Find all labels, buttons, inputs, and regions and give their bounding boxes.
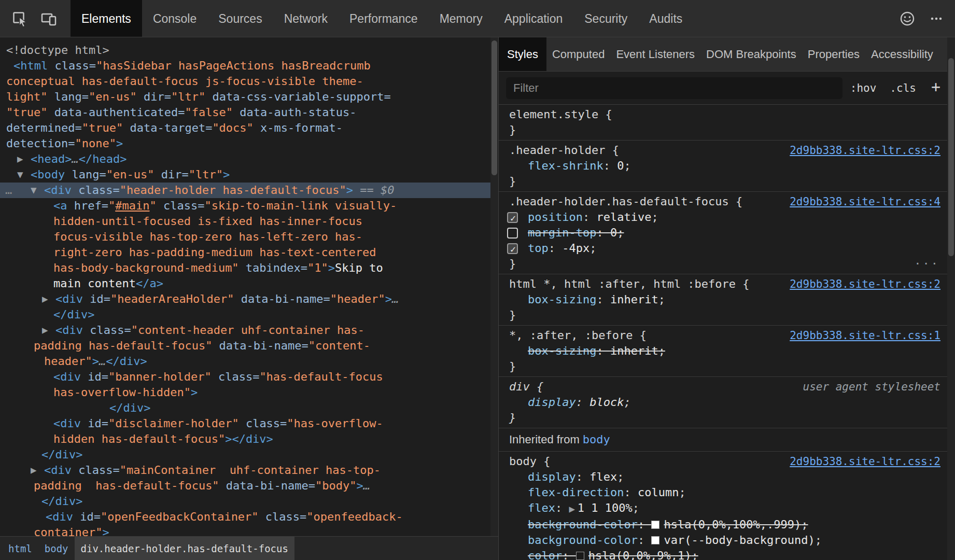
property-toggle-checkbox[interactable]: [507, 243, 518, 254]
elements-scrollbar-thumb[interactable]: [491, 40, 497, 175]
sidebar-tab-event-listeners[interactable]: Event Listeners: [610, 37, 700, 71]
styles-panel-scrollbar[interactable]: [947, 37, 955, 560]
sidebar-tab-dom-breakpoints[interactable]: DOM Breakpoints: [700, 37, 802, 71]
tree-node[interactable]: <div id="banner-holder" class="has-defau…: [0, 369, 498, 385]
sidebar-tab-accessibility[interactable]: Accessibility: [865, 37, 939, 71]
css-selector-line[interactable]: element.style {: [499, 107, 955, 122]
tree-node[interactable]: </div>: [0, 447, 498, 463]
toolbar-tab-audits[interactable]: Audits: [638, 0, 693, 37]
stylesheet-link[interactable]: 2d9bb338.site-ltr.css:2: [790, 454, 940, 469]
tree-node[interactable]: focus-visible has-top-zero has-left-zero…: [0, 229, 498, 245]
color-swatch[interactable]: [576, 552, 584, 560]
tree-node-selected[interactable]: …▼<div class="header-holder has-default-…: [0, 183, 498, 198]
tree-node[interactable]: determined="true" data-target="docs" x-m…: [0, 120, 498, 136]
twisty-collapsed-icon[interactable]: ▶: [17, 151, 23, 167]
tree-node[interactable]: header">…</div>: [0, 354, 498, 369]
tree-node[interactable]: <!doctype html>: [0, 43, 498, 58]
tree-node[interactable]: padding has-default-focus" data-bi-name=…: [0, 478, 498, 494]
tree-node[interactable]: main content</a>: [0, 276, 498, 291]
tree-node[interactable]: <div id="disclaimer-holder" class="has-o…: [0, 416, 498, 431]
tree-node[interactable]: </div>: [0, 400, 498, 416]
tree-node[interactable]: detection="none">: [0, 136, 498, 151]
tree-node[interactable]: ▶<div id="headerAreaHolder" data-bi-name…: [0, 291, 498, 307]
tree-node[interactable]: <html class="hasSidebar hasPageActions h…: [0, 58, 498, 74]
sidebar-tab-properties[interactable]: Properties: [802, 37, 865, 71]
breadcrumb-item-html[interactable]: html: [2, 537, 38, 560]
tree-node[interactable]: "true" data-authenticated="false" data-a…: [0, 105, 498, 120]
css-selector-line[interactable]: .header-holder.has-default-focus {2d9bb3…: [499, 194, 955, 209]
twisty-collapsed-icon[interactable]: ▶: [42, 291, 48, 307]
stylesheet-link[interactable]: 2d9bb338.site-ltr.css:2: [790, 143, 940, 158]
attribute-link[interactable]: #main: [115, 199, 149, 212]
css-property-color[interactable]: color: hsla(0,0%,9%,1);: [499, 548, 955, 560]
color-swatch[interactable]: [651, 536, 659, 544]
tree-node[interactable]: conceptual has-default-focus js-focus-vi…: [0, 74, 498, 89]
tree-node[interactable]: has-body-background-medium" tabindex="1"…: [0, 260, 498, 276]
css-selector-line[interactable]: div {user agent stylesheet: [499, 379, 955, 395]
css-property-margin-top[interactable]: margin-top: 0;: [499, 225, 955, 241]
toolbar-tab-performance[interactable]: Performance: [339, 0, 429, 37]
inherited-node-link[interactable]: body: [583, 433, 610, 446]
css-property-background-color[interactable]: background-color: hsla(0,0%,100%,.999);: [499, 517, 955, 533]
new-style-rule-button[interactable]: +: [924, 78, 948, 98]
more-menu-icon[interactable]: [922, 0, 951, 37]
css-property-flex-direction[interactable]: flex-direction: column;: [499, 485, 955, 500]
css-selector-line[interactable]: body {2d9bb338.site-ltr.css:2: [499, 454, 955, 469]
tree-node[interactable]: </div>: [0, 494, 498, 509]
css-property-top[interactable]: top: -4px;: [499, 241, 955, 256]
toolbar-tab-console[interactable]: Console: [142, 0, 207, 37]
toolbar-tab-memory[interactable]: Memory: [429, 0, 494, 37]
tree-node[interactable]: light" lang="en-us" dir="ltr" data-css-v…: [0, 89, 498, 105]
tree-node[interactable]: padding has-default-focus" data-bi-name=…: [0, 338, 498, 354]
tree-node[interactable]: ▶<div class="mainContainer uhf-container…: [0, 463, 498, 478]
css-property-position[interactable]: position: relative;: [499, 209, 955, 225]
property-toggle-checkbox[interactable]: [507, 212, 518, 223]
tree-node[interactable]: <a href="#main" class="skip-to-main-link…: [0, 198, 498, 214]
tree-node[interactable]: container">: [0, 525, 498, 536]
tree-node[interactable]: ▶<head>…</head>: [0, 151, 498, 167]
css-selector-line[interactable]: .header-holder {2d9bb338.site-ltr.css:2: [499, 143, 955, 158]
css-property-flex-shrink[interactable]: flex-shrink: 0;: [499, 158, 955, 174]
css-property-background-color[interactable]: background-color: var(--body-background)…: [499, 533, 955, 548]
stylesheet-link[interactable]: 2d9bb338.site-ltr.css:4: [790, 194, 940, 209]
stylesheet-link[interactable]: 2d9bb338.site-ltr.css:2: [790, 276, 940, 292]
tree-node[interactable]: has-overflow-hidden">: [0, 385, 498, 400]
css-selector-line[interactable]: *, :after, :before {2d9bb338.site-ltr.cs…: [499, 328, 955, 343]
class-toggle-button[interactable]: .cls: [884, 82, 922, 94]
css-property-display[interactable]: display: block;: [499, 395, 955, 410]
sidebar-tab-computed[interactable]: Computed: [546, 37, 611, 71]
tree-node[interactable]: hidden-until-focused is-fixed has-inner-…: [0, 214, 498, 229]
toolbar-tab-application[interactable]: Application: [494, 0, 574, 37]
css-property-box-sizing[interactable]: box-sizing: inherit;: [499, 343, 955, 359]
css-property-box-sizing[interactable]: box-sizing: inherit;: [499, 292, 955, 307]
styles-filter-input[interactable]: [506, 77, 842, 99]
shorthand-expand-icon[interactable]: ▶: [569, 505, 577, 514]
tree-node[interactable]: right-zero has-padding-medium has-text-c…: [0, 245, 498, 260]
toolbar-tab-network[interactable]: Network: [273, 0, 339, 37]
twisty-expanded-icon[interactable]: ▼: [31, 183, 37, 198]
twisty-collapsed-icon[interactable]: ▶: [42, 323, 48, 338]
toolbar-tab-sources[interactable]: Sources: [207, 0, 273, 37]
tree-node[interactable]: </div>: [0, 307, 498, 323]
feedback-smiley-icon[interactable]: [893, 0, 922, 37]
tree-node[interactable]: ▶<div class="content-header uhf-containe…: [0, 323, 498, 338]
rule-overflow-button[interactable]: ...: [914, 253, 939, 269]
tree-node[interactable]: hidden has-default-focus"></div>: [0, 431, 498, 447]
styles-scrollbar-thumb[interactable]: [948, 58, 954, 256]
pseudo-state-button[interactable]: :hov: [845, 82, 882, 94]
toolbar-tab-elements[interactable]: Elements: [71, 0, 142, 37]
inspect-icon[interactable]: [5, 0, 34, 37]
twisty-expanded-icon[interactable]: ▼: [17, 167, 23, 183]
color-swatch[interactable]: [651, 521, 659, 529]
sidebar-tab-styles[interactable]: Styles: [499, 37, 546, 71]
device-toolbar-icon[interactable]: [34, 0, 63, 37]
tree-node[interactable]: <div id="openFeedbackContainer" class="o…: [0, 509, 498, 525]
stylesheet-link[interactable]: 2d9bb338.site-ltr.css:1: [790, 328, 940, 343]
breadcrumb-item-div[interactable]: div.header-holder.has-default-focus: [75, 537, 294, 560]
css-selector-line[interactable]: html *, html :after, html :before {2d9bb…: [499, 276, 955, 292]
property-toggle-checkbox[interactable]: [507, 228, 518, 239]
twisty-collapsed-icon[interactable]: ▶: [31, 463, 37, 478]
breadcrumb-item-body[interactable]: body: [38, 537, 75, 560]
elements-panel-scrollbar[interactable]: [490, 37, 498, 536]
css-property-display[interactable]: display: flex;: [499, 469, 955, 485]
